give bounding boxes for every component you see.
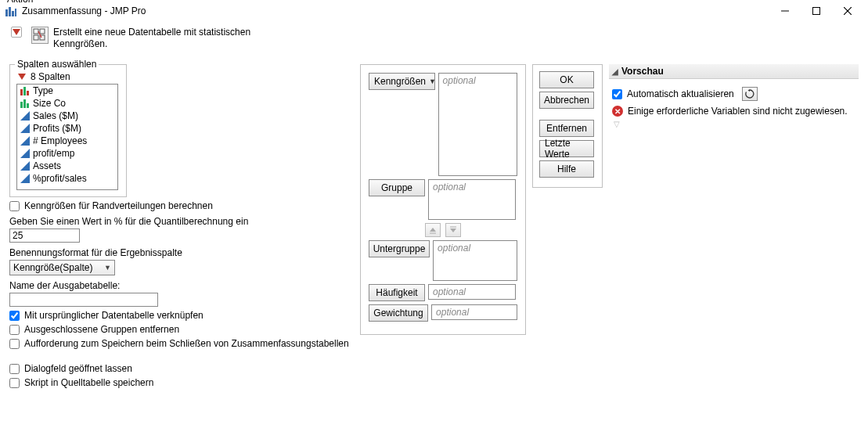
svg-marker-30	[747, 89, 750, 92]
column-item[interactable]: Size Co	[17, 97, 117, 110]
column-item-label: # Employees	[33, 135, 87, 146]
chevron-down-icon: ▼	[429, 77, 436, 85]
column-item-label: Assets	[33, 160, 61, 171]
svg-rect-18	[23, 99, 26, 108]
columns-list[interactable]: TypeSize CoSales ($M)Profits ($M)# Emplo…	[16, 84, 118, 190]
chevron-down-icon: ▼	[104, 264, 111, 272]
subgroup-button[interactable]: Untergruppe	[369, 240, 430, 257]
keep-dialog-open-label: Dialogfeld geöffnet lassen	[24, 363, 132, 374]
remove-excluded-checkbox[interactable]	[9, 325, 20, 335]
move-down-button[interactable]	[445, 223, 461, 237]
auto-refresh-checkbox[interactable]	[612, 89, 622, 99]
svg-rect-14	[20, 89, 23, 95]
columns-panel-label: Spalten auswählen	[15, 59, 99, 70]
column-item-label: Size Co	[33, 98, 66, 109]
column-type-icon	[20, 149, 30, 158]
column-type-icon	[20, 111, 30, 121]
svg-rect-2	[12, 11, 14, 16]
ok-button-label: OK	[560, 74, 573, 85]
svg-rect-1	[9, 7, 11, 16]
suppress-save-label: Aufforderung zum Speichern beim Schließe…	[24, 338, 349, 349]
svg-rect-3	[15, 9, 16, 16]
statistics-dropzone[interactable]: optional	[438, 73, 517, 176]
svg-rect-19	[27, 103, 29, 108]
remove-button[interactable]: Entfernen	[539, 120, 594, 137]
column-type-icon	[20, 161, 30, 171]
quantile-label: Geben Sie einen Wert in % für die Quanti…	[9, 216, 354, 227]
svg-rect-10	[40, 29, 45, 34]
svg-marker-8	[13, 29, 20, 35]
column-item-label: Profits ($M)	[33, 123, 81, 134]
subgroup-dropzone[interactable]: optional	[433, 240, 517, 281]
svg-marker-25	[20, 174, 30, 183]
svg-marker-26	[430, 228, 436, 232]
help-button[interactable]: Hilfe	[539, 160, 594, 178]
svg-rect-16	[27, 91, 29, 95]
column-type-icon	[20, 99, 30, 108]
statistics-button-label: Kenngrößen	[374, 76, 426, 87]
svg-marker-20	[20, 111, 30, 121]
naming-format-select[interactable]: Kenngröße(Spalte) ▼	[9, 260, 115, 275]
preview-header[interactable]: ◢ Vorschau	[609, 64, 859, 79]
auto-refresh-label: Automatisch aktualisieren	[627, 88, 734, 99]
weight-dropzone[interactable]: optional	[431, 304, 517, 320]
group-dropzone[interactable]: optional	[428, 179, 516, 220]
marginal-stats-checkbox[interactable]	[9, 201, 20, 211]
column-item[interactable]: %profit/sales	[17, 172, 117, 185]
column-type-icon	[20, 124, 30, 133]
column-item[interactable]: profit/emp	[17, 147, 117, 160]
group-button[interactable]: Gruppe	[369, 179, 425, 196]
svg-rect-5	[813, 8, 820, 15]
help-button-label: Hilfe	[557, 164, 576, 175]
keep-dialog-open-checkbox[interactable]	[9, 364, 20, 374]
freq-button[interactable]: Häufigkeit	[369, 284, 425, 301]
column-type-icon	[20, 86, 30, 95]
svg-marker-29	[450, 228, 456, 232]
platform-menu-icon[interactable]	[11, 27, 22, 38]
svg-marker-22	[20, 136, 30, 146]
close-button[interactable]	[832, 0, 863, 22]
maximize-button[interactable]	[801, 0, 832, 22]
quantile-input[interactable]	[9, 228, 80, 243]
description-text: Erstellt eine neue Datentabelle mit stat…	[53, 27, 257, 50]
svg-rect-11	[34, 35, 38, 40]
svg-marker-24	[20, 161, 30, 171]
move-up-button[interactable]	[425, 223, 441, 237]
cancel-button[interactable]: Abbrechen	[539, 92, 594, 109]
app-icon	[5, 5, 17, 17]
suppress-save-checkbox[interactable]	[9, 339, 20, 349]
preview-title: Vorschau	[621, 66, 664, 77]
save-script-checkbox[interactable]	[9, 378, 20, 388]
column-item[interactable]: # Employees	[17, 135, 117, 147]
summary-icon	[31, 27, 49, 44]
svg-rect-15	[23, 87, 26, 95]
statistics-button[interactable]: Kenngrößen ▼	[369, 73, 435, 90]
weight-button[interactable]: Gewichtung	[369, 304, 428, 322]
columns-panel: Spalten auswählen 8 Spalten TypeSize CoS…	[9, 64, 127, 197]
refresh-button[interactable]	[742, 87, 758, 101]
svg-marker-23	[20, 149, 30, 158]
column-item-label: %profit/sales	[33, 173, 87, 184]
weight-button-label: Gewichtung	[373, 308, 423, 318]
svg-rect-17	[20, 102, 23, 108]
link-original-checkbox[interactable]	[9, 311, 20, 321]
ok-button[interactable]: OK	[539, 71, 594, 88]
minimize-button[interactable]	[769, 0, 801, 22]
subgroup-button-label: Untergruppe	[373, 243, 426, 254]
action-panel-label: Aktion	[5, 0, 35, 5]
column-item[interactable]: Profits ($M)	[17, 122, 117, 135]
recall-button-label: Letzte Werte	[545, 138, 589, 160]
error-icon: ✕	[612, 106, 623, 117]
recall-button[interactable]: Letzte Werte	[539, 140, 594, 157]
marginal-stats-label: Kenngrößen für Randverteilungen berechne…	[24, 200, 213, 211]
freq-dropzone[interactable]: optional	[428, 284, 516, 300]
column-item-label: profit/emp	[33, 148, 74, 159]
remove-excluded-label: Ausgeschlossene Gruppen entfernen	[24, 324, 179, 335]
column-item[interactable]: Sales ($M)	[17, 110, 117, 122]
output-table-input[interactable]	[9, 293, 158, 307]
column-item[interactable]: Assets	[17, 160, 117, 172]
column-item[interactable]: Type	[17, 85, 117, 97]
disclosure-icon: ◢	[612, 67, 618, 76]
columns-menu-icon[interactable]	[16, 71, 27, 82]
svg-marker-21	[20, 124, 30, 133]
